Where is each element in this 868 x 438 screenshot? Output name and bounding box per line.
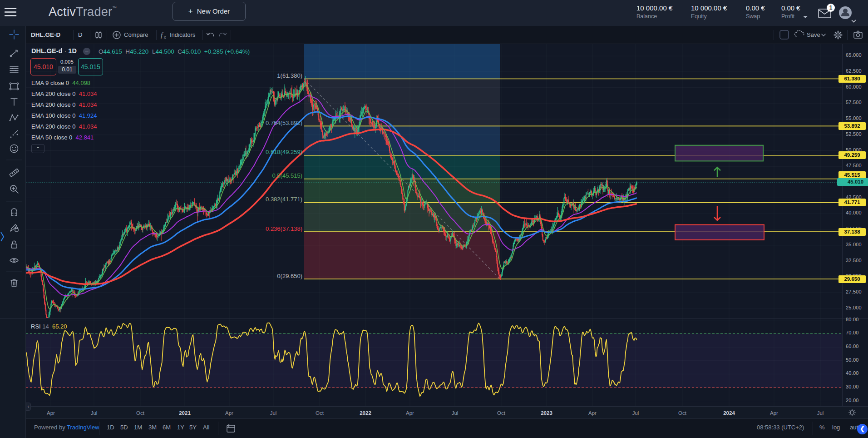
svg-text:f: f <box>161 31 163 39</box>
svg-text:x: x <box>164 35 166 40</box>
svg-text:1: 1 <box>829 5 833 11</box>
